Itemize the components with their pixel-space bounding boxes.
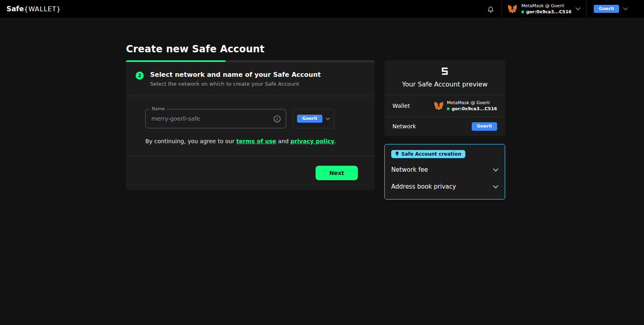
stepper-column: 2 Select network and name of your Safe A… (126, 60, 375, 190)
tips-badge-label: Safe Account creation (401, 151, 461, 157)
preview-wallet-row: Wallet (384, 95, 505, 117)
name-network-form: Name Goerli (126, 96, 375, 156)
next-button[interactable]: Next (316, 166, 358, 180)
network-selector[interactable]: Goerli (586, 0, 644, 18)
chevron-down-icon (493, 168, 498, 172)
wallet-row-label: Wallet (392, 103, 410, 109)
privacy-policy-link[interactable]: privacy policy (291, 138, 334, 144)
preview-column: Your Safe Account preview Wallet (384, 60, 505, 200)
step-subheading: Select the network on which to create yo… (150, 81, 321, 87)
preview-network-row: Network Goerli (384, 117, 505, 136)
network-chip: Goerli (297, 115, 322, 123)
safe-wallet-logo[interactable]: Safe{WALLET} (6, 5, 61, 13)
terms-sentence: By continuing, you agree to our terms of… (145, 138, 355, 144)
logo-wallet-text: {WALLET} (24, 5, 61, 13)
step-card-footer: Next (126, 156, 375, 190)
preview-wallet-name: MetaMask @ Goerli (447, 100, 497, 105)
create-safe-page: Create new Safe Account 2 Select network… (0, 18, 644, 200)
name-field-label: Name (150, 106, 167, 111)
wallet-info: MetaMask @ Goerli gor:0x9ca3...C516 (521, 3, 572, 14)
chevron-down-icon (576, 7, 580, 10)
network-row-label: Network (392, 123, 416, 130)
safe-name-input[interactable] (151, 115, 273, 122)
accordion-label: Network fee (391, 166, 428, 173)
terms-conjunction: and (278, 138, 289, 144)
chevron-down-icon (623, 7, 628, 10)
terms-prefix: By continuing, you agree to our (145, 138, 235, 144)
tips-badge: Safe Account creation (391, 150, 465, 158)
top-bar: Safe{WALLET} MetaMask @ (0, 0, 644, 18)
preview-header: Your Safe Account preview (384, 60, 505, 95)
chevron-down-icon (493, 185, 498, 189)
bell-icon (487, 5, 494, 13)
header-right-section: MetaMask @ Goerli gor:0x9ca3...C516 Goer… (480, 0, 644, 18)
lightbulb-icon (395, 151, 399, 156)
terms-suffix: . (334, 138, 336, 144)
accordion-network-fee[interactable]: Network fee (391, 161, 498, 178)
logo-safe-text: Safe (6, 5, 24, 13)
safe-preview-card: Your Safe Account preview Wallet (384, 60, 505, 136)
metamask-icon (508, 4, 517, 14)
connection-status-dot (447, 107, 450, 110)
step-header: 2 Select network and name of your Safe A… (126, 62, 375, 96)
safe-logo-icon (441, 68, 448, 75)
wallet-address: gor:0x9ca3...C516 (526, 9, 572, 14)
connected-wallet-button[interactable]: MetaMask @ Goerli gor:0x9ca3...C516 (502, 0, 586, 18)
step-card: 2 Select network and name of your Safe A… (126, 62, 375, 190)
accordion-address-book-privacy[interactable]: Address book privacy (391, 178, 498, 195)
wallet-provider-label: MetaMask @ Goerli (521, 3, 572, 8)
connection-status-dot (521, 10, 524, 13)
info-icon[interactable] (273, 115, 281, 123)
accordion-label: Address book privacy (391, 183, 456, 190)
network-select[interactable]: Goerli (293, 109, 334, 128)
network-chip: Goerli (472, 122, 497, 131)
chevron-down-icon (326, 117, 330, 120)
safe-creation-tips-card: Safe Account creation Network fee Addres… (384, 144, 505, 200)
preview-title: Your Safe Account preview (392, 80, 497, 88)
notifications-button[interactable] (480, 0, 502, 18)
preview-wallet-address: gor:0x9ca3...C516 (452, 106, 497, 111)
metamask-icon (434, 101, 444, 111)
network-chip: Goerli (594, 5, 619, 13)
page-title: Create new Safe Account (126, 43, 644, 55)
step-number-badge: 2 (136, 72, 144, 80)
step-heading: Select network and name of your Safe Acc… (150, 71, 321, 78)
safe-name-field: Name (145, 109, 286, 128)
terms-of-use-link[interactable]: terms of use (236, 138, 276, 144)
